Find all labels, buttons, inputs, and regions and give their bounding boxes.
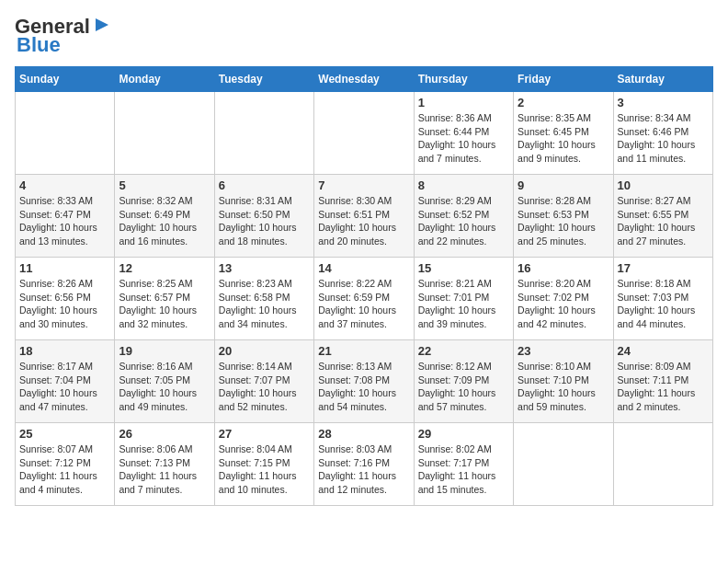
day-info: Sunrise: 8:10 AMSunset: 7:10 PMDaylight:… <box>518 360 609 414</box>
calendar-week-row: 11Sunrise: 8:26 AMSunset: 6:56 PMDayligh… <box>16 258 713 340</box>
day-info: Sunrise: 8:06 AMSunset: 7:13 PMDaylight:… <box>119 442 210 497</box>
day-number: 17 <box>618 261 709 275</box>
day-info: Sunrise: 8:14 AMSunset: 7:07 PMDaylight:… <box>219 360 310 414</box>
day-info: Sunrise: 8:34 AMSunset: 6:46 PMDaylight:… <box>618 111 709 166</box>
weekday-header-friday: Friday <box>514 67 613 92</box>
day-number: 16 <box>518 261 609 275</box>
logo-arrow-icon <box>92 15 112 35</box>
calendar-cell <box>613 423 712 506</box>
calendar-cell: 1Sunrise: 8:36 AMSunset: 6:44 PMDaylight… <box>414 92 513 175</box>
calendar-cell <box>514 423 613 506</box>
day-number: 12 <box>119 261 210 275</box>
day-info: Sunrise: 8:36 AMSunset: 6:44 PMDaylight:… <box>418 111 509 166</box>
svg-marker-0 <box>96 18 108 31</box>
day-info: Sunrise: 8:28 AMSunset: 6:53 PMDaylight:… <box>518 194 609 248</box>
weekday-header-tuesday: Tuesday <box>214 67 313 92</box>
weekday-header-monday: Monday <box>115 67 214 92</box>
day-info: Sunrise: 8:18 AMSunset: 7:03 PMDaylight:… <box>618 277 709 331</box>
calendar-cell: 16Sunrise: 8:20 AMSunset: 7:02 PMDayligh… <box>514 258 613 340</box>
weekday-header-wednesday: Wednesday <box>314 67 414 92</box>
day-info: Sunrise: 8:29 AMSunset: 6:52 PMDaylight:… <box>418 194 509 248</box>
day-info: Sunrise: 8:27 AMSunset: 6:55 PMDaylight:… <box>618 194 709 248</box>
day-info: Sunrise: 8:07 AMSunset: 7:12 PMDaylight:… <box>19 442 110 497</box>
calendar-week-row: 18Sunrise: 8:17 AMSunset: 7:04 PMDayligh… <box>16 340 713 423</box>
calendar-cell: 20Sunrise: 8:14 AMSunset: 7:07 PMDayligh… <box>214 340 313 423</box>
logo: General Blue <box>15 15 112 57</box>
day-info: Sunrise: 8:32 AMSunset: 6:49 PMDaylight:… <box>119 194 210 248</box>
day-info: Sunrise: 8:25 AMSunset: 6:57 PMDaylight:… <box>119 277 210 331</box>
day-info: Sunrise: 8:09 AMSunset: 7:11 PMDaylight:… <box>618 360 709 414</box>
calendar-week-row: 25Sunrise: 8:07 AMSunset: 7:12 PMDayligh… <box>16 423 713 506</box>
day-info: Sunrise: 8:20 AMSunset: 7:02 PMDaylight:… <box>518 277 609 331</box>
day-info: Sunrise: 8:33 AMSunset: 6:47 PMDaylight:… <box>19 194 110 248</box>
calendar-cell: 2Sunrise: 8:35 AMSunset: 6:45 PMDaylight… <box>514 92 613 175</box>
calendar-cell <box>16 92 115 175</box>
day-info: Sunrise: 8:22 AMSunset: 6:59 PMDaylight:… <box>318 277 409 331</box>
calendar-cell: 21Sunrise: 8:13 AMSunset: 7:08 PMDayligh… <box>314 340 414 423</box>
calendar-cell: 3Sunrise: 8:34 AMSunset: 6:46 PMDaylight… <box>613 92 712 175</box>
day-number: 20 <box>219 344 310 358</box>
calendar-cell: 12Sunrise: 8:25 AMSunset: 6:57 PMDayligh… <box>115 258 214 340</box>
day-number: 2 <box>518 96 609 109</box>
calendar-cell: 11Sunrise: 8:26 AMSunset: 6:56 PMDayligh… <box>16 258 115 340</box>
calendar-cell: 28Sunrise: 8:03 AMSunset: 7:16 PMDayligh… <box>314 423 414 506</box>
day-info: Sunrise: 8:04 AMSunset: 7:15 PMDaylight:… <box>219 442 310 497</box>
logo-blue: Blue <box>17 33 61 57</box>
day-info: Sunrise: 8:30 AMSunset: 6:51 PMDaylight:… <box>318 194 409 248</box>
day-number: 24 <box>618 344 709 358</box>
day-number: 26 <box>119 427 210 441</box>
calendar-cell: 27Sunrise: 8:04 AMSunset: 7:15 PMDayligh… <box>214 423 313 506</box>
calendar-cell: 7Sunrise: 8:30 AMSunset: 6:51 PMDaylight… <box>314 175 414 258</box>
day-number: 14 <box>318 261 409 275</box>
day-number: 6 <box>219 178 310 192</box>
day-info: Sunrise: 8:03 AMSunset: 7:16 PMDaylight:… <box>318 442 409 497</box>
calendar-week-row: 1Sunrise: 8:36 AMSunset: 6:44 PMDaylight… <box>16 92 713 175</box>
day-number: 8 <box>418 178 509 192</box>
calendar-cell: 19Sunrise: 8:16 AMSunset: 7:05 PMDayligh… <box>115 340 214 423</box>
calendar-cell: 14Sunrise: 8:22 AMSunset: 6:59 PMDayligh… <box>314 258 414 340</box>
weekday-header-sunday: Sunday <box>16 67 115 92</box>
day-number: 4 <box>19 178 110 192</box>
day-number: 29 <box>418 427 509 441</box>
day-number: 3 <box>618 96 709 109</box>
day-number: 7 <box>318 178 409 192</box>
calendar-cell <box>214 92 313 175</box>
day-info: Sunrise: 8:12 AMSunset: 7:09 PMDaylight:… <box>418 360 509 414</box>
day-number: 11 <box>19 261 110 275</box>
day-number: 25 <box>19 427 110 441</box>
day-number: 10 <box>618 178 709 192</box>
calendar-cell: 18Sunrise: 8:17 AMSunset: 7:04 PMDayligh… <box>16 340 115 423</box>
calendar-cell: 6Sunrise: 8:31 AMSunset: 6:50 PMDaylight… <box>214 175 313 258</box>
day-info: Sunrise: 8:23 AMSunset: 6:58 PMDaylight:… <box>219 277 310 331</box>
day-number: 21 <box>318 344 409 358</box>
day-number: 18 <box>19 344 110 358</box>
day-number: 23 <box>518 344 609 358</box>
day-info: Sunrise: 8:17 AMSunset: 7:04 PMDaylight:… <box>19 360 110 414</box>
calendar-cell: 24Sunrise: 8:09 AMSunset: 7:11 PMDayligh… <box>613 340 712 423</box>
weekday-header-thursday: Thursday <box>414 67 513 92</box>
calendar-cell: 9Sunrise: 8:28 AMSunset: 6:53 PMDaylight… <box>514 175 613 258</box>
weekday-header-saturday: Saturday <box>613 67 712 92</box>
calendar-cell: 4Sunrise: 8:33 AMSunset: 6:47 PMDaylight… <box>16 175 115 258</box>
calendar-table: SundayMondayTuesdayWednesdayThursdayFrid… <box>15 66 713 506</box>
calendar-cell: 5Sunrise: 8:32 AMSunset: 6:49 PMDaylight… <box>115 175 214 258</box>
day-number: 27 <box>219 427 310 441</box>
day-info: Sunrise: 8:02 AMSunset: 7:17 PMDaylight:… <box>418 442 509 497</box>
day-number: 13 <box>219 261 310 275</box>
day-info: Sunrise: 8:35 AMSunset: 6:45 PMDaylight:… <box>518 111 609 166</box>
calendar-cell: 25Sunrise: 8:07 AMSunset: 7:12 PMDayligh… <box>16 423 115 506</box>
day-number: 28 <box>318 427 409 441</box>
calendar-cell: 8Sunrise: 8:29 AMSunset: 6:52 PMDaylight… <box>414 175 513 258</box>
day-number: 1 <box>418 96 509 109</box>
calendar-cell <box>115 92 214 175</box>
calendar-cell: 23Sunrise: 8:10 AMSunset: 7:10 PMDayligh… <box>514 340 613 423</box>
day-info: Sunrise: 8:21 AMSunset: 7:01 PMDaylight:… <box>418 277 509 331</box>
calendar-cell: 15Sunrise: 8:21 AMSunset: 7:01 PMDayligh… <box>414 258 513 340</box>
day-number: 9 <box>518 178 609 192</box>
calendar-cell: 13Sunrise: 8:23 AMSunset: 6:58 PMDayligh… <box>214 258 313 340</box>
day-number: 15 <box>418 261 509 275</box>
day-info: Sunrise: 8:16 AMSunset: 7:05 PMDaylight:… <box>119 360 210 414</box>
day-number: 19 <box>119 344 210 358</box>
page-header: General Blue <box>15 15 713 57</box>
calendar-cell: 26Sunrise: 8:06 AMSunset: 7:13 PMDayligh… <box>115 423 214 506</box>
